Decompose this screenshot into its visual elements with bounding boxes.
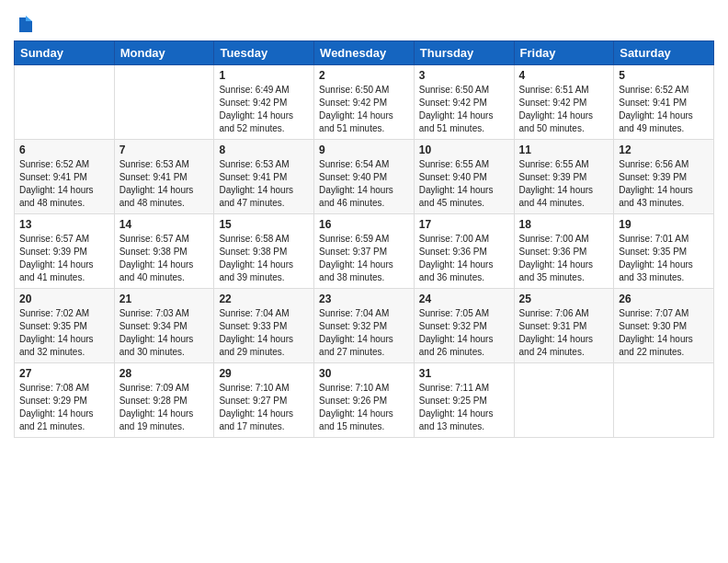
- weekday-header-thursday: Thursday: [414, 41, 514, 65]
- cell-content: Sunrise: 7:08 AM: [19, 382, 109, 395]
- calendar-cell: 21Sunrise: 7:03 AMSunset: 9:34 PMDayligh…: [114, 289, 214, 363]
- cell-content: Daylight: 14 hours and 40 minutes.: [119, 259, 210, 284]
- weekday-header-wednesday: Wednesday: [314, 41, 415, 65]
- cell-content: Daylight: 14 hours and 33 minutes.: [619, 259, 709, 284]
- calendar-cell: 11Sunrise: 6:55 AMSunset: 9:39 PMDayligh…: [514, 140, 614, 214]
- cell-content: Sunset: 9:39 PM: [19, 246, 109, 259]
- cell-content: Sunset: 9:41 PM: [119, 171, 210, 184]
- cell-content: Daylight: 14 hours and 32 minutes.: [19, 333, 109, 359]
- cell-content: Sunrise: 6:54 AM: [319, 158, 409, 171]
- cell-content: Sunset: 9:30 PM: [619, 320, 709, 333]
- day-number: 19: [619, 218, 709, 231]
- weekday-header-saturday: Saturday: [614, 41, 714, 65]
- day-number: 11: [519, 144, 609, 156]
- cell-content: Daylight: 14 hours and 15 minutes.: [319, 408, 409, 433]
- cell-content: Daylight: 14 hours and 26 minutes.: [419, 333, 509, 359]
- page: SundayMondayTuesdayWednesdayThursdayFrid…: [0, 0, 728, 452]
- cell-content: Sunrise: 7:04 AM: [319, 307, 409, 320]
- cell-content: Sunrise: 7:10 AM: [319, 382, 409, 395]
- cell-content: Sunrise: 6:55 AM: [519, 158, 609, 171]
- day-number: 6: [19, 144, 109, 156]
- day-number: 17: [419, 218, 509, 231]
- cell-content: Daylight: 14 hours and 43 minutes.: [619, 184, 709, 210]
- calendar-cell: 31Sunrise: 7:11 AMSunset: 9:25 PMDayligh…: [414, 363, 514, 438]
- day-number: 25: [519, 293, 609, 305]
- day-number: 10: [419, 144, 509, 156]
- calendar-cell: 14Sunrise: 6:57 AMSunset: 9:38 PMDayligh…: [114, 214, 214, 289]
- weekday-header-friday: Friday: [514, 41, 614, 65]
- day-number: 3: [419, 69, 509, 82]
- cell-content: Sunset: 9:28 PM: [119, 395, 210, 408]
- calendar-cell: 7Sunrise: 6:53 AMSunset: 9:41 PMDaylight…: [114, 140, 214, 214]
- cell-content: Sunset: 9:40 PM: [319, 171, 409, 184]
- calendar-cell: 26Sunrise: 7:07 AMSunset: 9:30 PMDayligh…: [614, 289, 714, 363]
- day-number: 5: [619, 69, 709, 82]
- day-number: 13: [19, 218, 109, 231]
- cell-content: Sunrise: 6:52 AM: [619, 84, 709, 97]
- cell-content: Sunrise: 6:50 AM: [419, 84, 509, 97]
- calendar-cell: 30Sunrise: 7:10 AMSunset: 9:26 PMDayligh…: [314, 363, 415, 438]
- day-number: 22: [219, 293, 309, 305]
- calendar-cell: 15Sunrise: 6:58 AMSunset: 9:38 PMDayligh…: [214, 214, 314, 289]
- calendar-week-2: 6Sunrise: 6:52 AMSunset: 9:41 PMDaylight…: [15, 140, 714, 214]
- calendar-cell: 27Sunrise: 7:08 AMSunset: 9:29 PMDayligh…: [15, 363, 115, 438]
- cell-content: Sunset: 9:39 PM: [619, 171, 709, 184]
- day-number: 15: [219, 218, 309, 231]
- calendar-cell: 10Sunrise: 6:55 AMSunset: 9:40 PMDayligh…: [414, 140, 514, 214]
- cell-content: Sunrise: 6:51 AM: [519, 84, 609, 97]
- cell-content: Sunrise: 7:03 AM: [119, 307, 210, 320]
- cell-content: Sunset: 9:41 PM: [619, 97, 709, 109]
- cell-content: Sunrise: 7:04 AM: [219, 307, 309, 320]
- cell-content: Daylight: 14 hours and 51 minutes.: [419, 109, 509, 135]
- weekday-header-sunday: Sunday: [15, 41, 115, 65]
- calendar-cell: [514, 363, 614, 438]
- cell-content: Sunset: 9:33 PM: [219, 320, 309, 333]
- cell-content: Sunrise: 7:01 AM: [619, 233, 709, 246]
- logo-icon: [16, 16, 36, 36]
- cell-content: Sunset: 9:38 PM: [119, 246, 210, 259]
- day-number: 16: [319, 218, 409, 231]
- day-number: 14: [119, 218, 210, 231]
- cell-content: Sunset: 9:32 PM: [319, 320, 409, 333]
- page-header: [14, 9, 714, 36]
- cell-content: Daylight: 14 hours and 50 minutes.: [519, 109, 609, 135]
- cell-content: Sunset: 9:31 PM: [519, 320, 609, 333]
- day-number: 29: [219, 367, 309, 380]
- cell-content: Sunset: 9:42 PM: [219, 97, 309, 109]
- cell-content: Daylight: 14 hours and 49 minutes.: [619, 109, 709, 135]
- cell-content: Daylight: 14 hours and 41 minutes.: [19, 259, 109, 284]
- day-number: 23: [319, 293, 409, 305]
- cell-content: Sunset: 9:32 PM: [419, 320, 509, 333]
- cell-content: Sunset: 9:35 PM: [619, 246, 709, 259]
- cell-content: Daylight: 14 hours and 48 minutes.: [119, 184, 210, 210]
- cell-content: Daylight: 14 hours and 29 minutes.: [219, 333, 309, 359]
- cell-content: Sunrise: 6:53 AM: [219, 158, 309, 171]
- cell-content: Sunrise: 6:53 AM: [119, 158, 210, 171]
- cell-content: Daylight: 14 hours and 45 minutes.: [419, 184, 509, 210]
- cell-content: Sunrise: 7:07 AM: [619, 307, 709, 320]
- calendar-cell: [15, 65, 115, 140]
- calendar-table: SundayMondayTuesdayWednesdayThursdayFrid…: [14, 40, 714, 438]
- day-number: 31: [419, 367, 509, 380]
- cell-content: Sunrise: 7:09 AM: [119, 382, 210, 395]
- cell-content: Sunset: 9:39 PM: [519, 171, 609, 184]
- cell-content: Sunrise: 6:58 AM: [219, 233, 309, 246]
- cell-content: Sunrise: 6:50 AM: [319, 84, 409, 97]
- weekday-header-monday: Monday: [114, 41, 214, 65]
- cell-content: Sunset: 9:41 PM: [19, 171, 109, 184]
- cell-content: Sunset: 9:37 PM: [319, 246, 409, 259]
- calendar-cell: 6Sunrise: 6:52 AMSunset: 9:41 PMDaylight…: [15, 140, 115, 214]
- calendar-cell: 29Sunrise: 7:10 AMSunset: 9:27 PMDayligh…: [214, 363, 314, 438]
- cell-content: Sunrise: 7:11 AM: [419, 382, 509, 395]
- cell-content: Sunset: 9:40 PM: [419, 171, 509, 184]
- calendar-cell: 25Sunrise: 7:06 AMSunset: 9:31 PMDayligh…: [514, 289, 614, 363]
- cell-content: Sunrise: 6:57 AM: [119, 233, 210, 246]
- cell-content: Sunrise: 7:06 AM: [519, 307, 609, 320]
- cell-content: Daylight: 14 hours and 22 minutes.: [619, 333, 709, 359]
- cell-content: Daylight: 14 hours and 17 minutes.: [219, 408, 309, 433]
- calendar-cell: 19Sunrise: 7:01 AMSunset: 9:35 PMDayligh…: [614, 214, 714, 289]
- cell-content: Sunset: 9:35 PM: [19, 320, 109, 333]
- cell-content: Daylight: 14 hours and 47 minutes.: [219, 184, 309, 210]
- cell-content: Daylight: 14 hours and 35 minutes.: [519, 259, 609, 284]
- calendar-cell: 9Sunrise: 6:54 AMSunset: 9:40 PMDaylight…: [314, 140, 415, 214]
